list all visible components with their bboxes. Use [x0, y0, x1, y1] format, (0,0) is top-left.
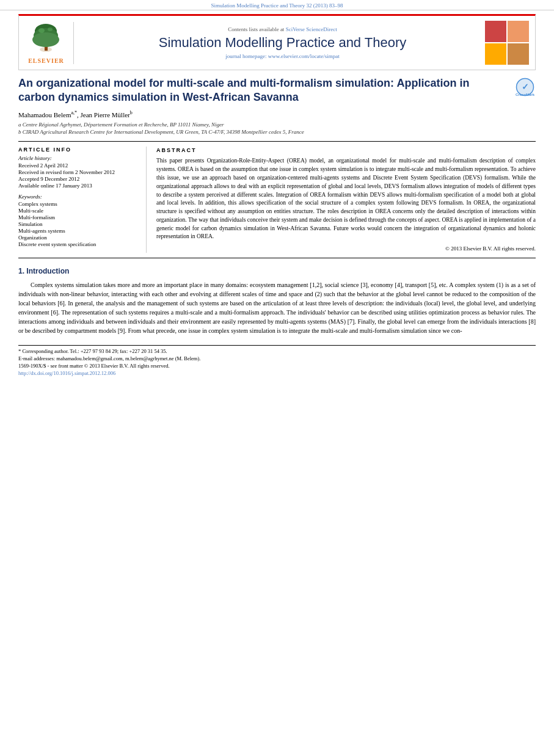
keyword-4: Simulation	[18, 221, 139, 227]
sciverse-link[interactable]: SciVerse ScienceDirect	[286, 26, 337, 32]
received-date: Received 2 April 2012	[18, 162, 139, 169]
keywords-list: Complex systems Multi-scale Multi-formal…	[18, 201, 139, 247]
journal-homepage: journal homepage: www.elsevier.com/locat…	[80, 53, 485, 59]
authors-line: Mahamadou Belema,*, Jean Pierre Müllerb	[18, 110, 536, 118]
color-block-2	[508, 21, 529, 42]
affiliations: a Centre Régional Agrhymet, Département …	[18, 122, 536, 135]
journal-title: Simulation Modelling Practice and Theory	[80, 35, 485, 51]
svg-point-6	[48, 27, 53, 31]
introduction-heading: 1. Introduction	[18, 266, 536, 277]
svg-point-4	[32, 32, 59, 47]
footnote-doi[interactable]: http://dx.doi.org/10.1016/j.simpat.2012.…	[18, 370, 536, 376]
keywords-heading: Keywords:	[18, 194, 139, 200]
journal-reference-text: Simulation Modelling Practice and Theory…	[211, 2, 343, 9]
svg-text:CrossMark: CrossMark	[516, 93, 535, 96]
abstract-heading: ABSTRACT	[156, 147, 536, 154]
keyword-2: Multi-scale	[18, 208, 139, 214]
author-muller-sup: b	[130, 110, 133, 115]
contents-availability: Contents lists available at SciVerse Sci…	[80, 26, 485, 32]
journal-reference-bar: Simulation Modelling Practice and Theory…	[0, 0, 554, 10]
affiliation-a: a Centre Régional Agrhymet, Département …	[18, 122, 536, 128]
article-info-column: ARTICLE INFO Article history: Received 2…	[18, 147, 147, 253]
color-block-1	[485, 21, 506, 42]
journal-header-image	[485, 21, 529, 65]
introduction-section: 1. Introduction Complex systems simulati…	[18, 266, 536, 335]
available-date: Available online 17 January 2013	[18, 183, 139, 189]
color-block-4	[508, 43, 529, 65]
keyword-7: Discrete event system specification	[18, 241, 139, 247]
footnote-issn: 1569-190X/$ - see front matter © 2013 El…	[18, 363, 536, 369]
crossmark-icon[interactable]: ✓ CrossMark	[514, 76, 536, 98]
accepted-date: Accepted 9 December 2012	[18, 176, 139, 182]
author-belem: Mahamadou Belem	[18, 111, 71, 118]
article-history: Article history: Received 2 April 2012 R…	[18, 155, 139, 189]
abstract-text: This paper presents Organization-Role-En…	[156, 157, 536, 253]
footnote-corresponding: * Corresponding author. Tel.: +227 97 93…	[18, 348, 536, 354]
author-separator: , Jean Pierre Müller	[77, 111, 130, 118]
keyword-5: Multi-agents systems	[18, 228, 139, 234]
elsevier-brand-text: ELSEVIER	[28, 57, 64, 64]
author-belem-sup: a,*	[71, 110, 77, 115]
abstract-paragraph: This paper presents Organization-Role-En…	[156, 157, 536, 241]
history-heading: Article history:	[18, 155, 139, 161]
footnotes: * Corresponding author. Tel.: +227 97 93…	[18, 345, 536, 376]
article-title-block: An organizational model for multi-scale …	[18, 76, 536, 105]
crossmark-svg: ✓ CrossMark	[514, 76, 536, 98]
affiliation-b: b CIRAD Agricultural Research Centre for…	[18, 129, 536, 135]
abstract-column: ABSTRACT This paper presents Organizatio…	[156, 147, 536, 253]
svg-point-5	[38, 28, 45, 33]
article-info-abstract: ARTICLE INFO Article history: Received 2…	[18, 141, 536, 258]
article-title-text: An organizational model for multi-scale …	[18, 76, 508, 105]
keyword-6: Organization	[18, 234, 139, 241]
article-body: An organizational model for multi-scale …	[18, 76, 536, 376]
keyword-1: Complex systems	[18, 201, 139, 207]
copyright-line: © 2013 Elsevier B.V. All rights reserved…	[156, 245, 536, 253]
article-info-heading: ARTICLE INFO	[18, 147, 139, 153]
elsevier-tree-icon	[29, 22, 63, 56]
journal-center: Contents lists available at SciVerse Sci…	[80, 26, 485, 59]
introduction-paragraph-1: Complex systems simulation takes more an…	[18, 280, 536, 335]
revised-date: Received in revised form 2 November 2012	[18, 169, 139, 175]
keyword-3: Multi-formalism	[18, 214, 139, 220]
keywords-section: Keywords: Complex systems Multi-scale Mu…	[18, 194, 139, 247]
color-block-3	[485, 43, 506, 65]
svg-text:✓: ✓	[522, 82, 529, 92]
footnote-email: E-mail addresses: mahamadou.belem@gmail.…	[18, 355, 536, 362]
journal-header: ELSEVIER Contents lists available at Sci…	[18, 14, 536, 70]
elsevier-logo: ELSEVIER	[25, 22, 74, 64]
